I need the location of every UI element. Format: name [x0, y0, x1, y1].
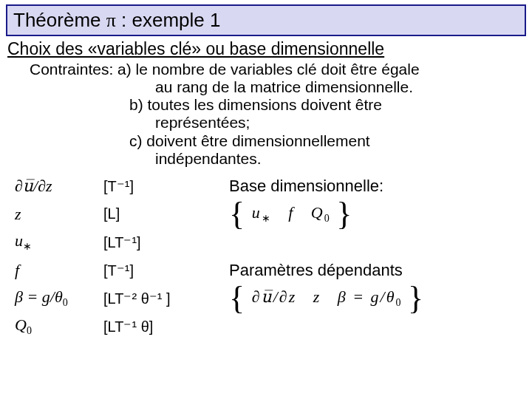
variable-table: ∂u̅/∂z [T⁻¹] Base dimensionnelle: z [L] …	[15, 172, 532, 341]
constraint-c-line1: c) doivent être dimensionnellement	[129, 132, 525, 150]
base-label: Base dimensionnelle:	[229, 177, 383, 196]
dep-set: { ∂u̅/∂z z β = g/θ0 }	[229, 287, 425, 309]
title-text-1: Théorème	[13, 9, 106, 31]
pi-symbol: π	[106, 10, 116, 31]
table-row: ∂u̅/∂z [T⁻¹] Base dimensionnelle:	[15, 172, 532, 200]
constraints-lead: Contraintes:	[30, 61, 117, 78]
constraint-b-line1: b) toutes les dimensions doivent être	[129, 96, 525, 114]
table-row: β = g/θ0 [LT⁻² θ⁻¹ ] { ∂u̅/∂z z β = g/θ0…	[15, 284, 532, 313]
dim-row4: [T⁻¹]	[103, 262, 229, 279]
slide-title: Théorème π : exemple 1	[6, 4, 526, 36]
subtitle: Choix des «variables clé» ou base dimens…	[7, 39, 525, 59]
dim-row1: [T⁻¹]	[103, 177, 229, 195]
table-row: Q0 [LT⁻¹ θ]	[15, 313, 532, 341]
dim-row3: [LT⁻¹]	[103, 233, 229, 251]
constraints-block: Contraintes: a) le nombre de variables c…	[30, 61, 525, 168]
symbol-Q0: Q0	[15, 316, 103, 337]
constraint-c-line2: indépendantes.	[155, 150, 525, 168]
symbol-z: z	[15, 205, 103, 224]
title-text-2: : exemple 1	[116, 9, 221, 31]
constraint-a-line1: a) le nombre de variables clé doit être …	[117, 61, 420, 78]
dim-row5: [LT⁻² θ⁻¹ ]	[103, 290, 229, 307]
table-row: z [L] { u∗ f Q0 }	[15, 200, 532, 228]
dim-row6: [LT⁻¹ θ]	[103, 318, 229, 335]
symbol-ustar: u∗	[15, 231, 103, 253]
table-row: f [T⁻¹] Paramètres dépendants	[15, 256, 532, 284]
base-set: { u∗ f Q0 }	[229, 203, 353, 225]
symbol-f: f	[15, 261, 103, 280]
symbol-dudz: ∂u̅/∂z	[15, 177, 103, 196]
dim-row2: [L]	[103, 205, 229, 222]
table-row: u∗ [LT⁻¹]	[15, 228, 532, 256]
constraint-b-line2: représentées;	[155, 114, 525, 132]
constraint-a-line2: au rang de la matrice dimensionnelle.	[155, 78, 525, 96]
symbol-beta: β = g/θ0	[15, 287, 103, 309]
dep-label: Paramètres dépendants	[229, 261, 403, 280]
